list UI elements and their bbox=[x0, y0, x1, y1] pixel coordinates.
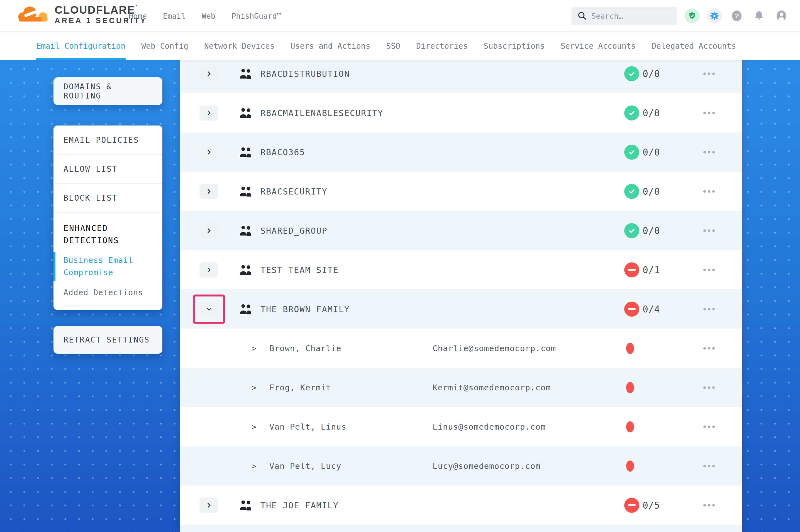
member-caret-icon[interactable]: > bbox=[252, 383, 256, 392]
member-row: > Van Pelt, Lucy Lucy@somedemocorp.com bbox=[180, 446, 742, 486]
row-actions-menu[interactable] bbox=[700, 265, 718, 274]
sidebar-card-0: DOMAINS & ROUTING bbox=[54, 77, 162, 105]
nav-email[interactable]: Email bbox=[163, 12, 185, 20]
row-actions-menu[interactable] bbox=[700, 461, 718, 471]
member-email: Kermit@somedemocorp.com bbox=[433, 383, 551, 392]
group-icon bbox=[239, 186, 253, 197]
member-email: Linus@somedemocorp.com bbox=[433, 422, 546, 432]
notifications-bell-icon[interactable] bbox=[751, 8, 767, 23]
group-row: RBACSECURITY 0/0 bbox=[180, 172, 742, 211]
member-caret-icon[interactable]: > bbox=[252, 422, 256, 432]
sidebar-section-enhanced-detections: ENHANCED DETECTIONSBusiness Email Compro… bbox=[54, 212, 162, 310]
status-badge bbox=[624, 145, 639, 160]
status-badge bbox=[624, 223, 639, 238]
nav-phishguard[interactable]: PhishGuard™ bbox=[232, 12, 281, 20]
search-input[interactable] bbox=[592, 12, 671, 20]
header-icon-cluster: ? bbox=[685, 8, 789, 23]
member-row: > Brown, Charlie Charlie@somedemocorp.co… bbox=[180, 329, 742, 368]
check-icon bbox=[628, 148, 636, 156]
member-name: Van Pelt, Linus bbox=[269, 422, 346, 432]
row-actions-menu[interactable] bbox=[700, 187, 718, 196]
member-count: 0/0 bbox=[643, 108, 660, 118]
search-icon bbox=[578, 11, 587, 21]
nav-home[interactable]: Home bbox=[129, 12, 147, 20]
cloudflare-logo[interactable]: CLOUDFLARE ' AREA 1 SECURITY bbox=[16, 4, 147, 25]
brand-name: CLOUDFLARE bbox=[55, 4, 135, 16]
member-count: 0/4 bbox=[643, 304, 660, 315]
section-tabbar: Email ConfigurationWeb ConfigNetwork Dev… bbox=[0, 32, 800, 60]
row-actions-menu[interactable] bbox=[700, 383, 718, 392]
member-caret-icon[interactable]: > bbox=[252, 461, 256, 471]
group-icon bbox=[239, 303, 253, 315]
row-actions-menu[interactable] bbox=[700, 304, 718, 314]
row-actions-menu[interactable] bbox=[700, 500, 718, 510]
member-status-dot bbox=[626, 343, 634, 354]
row-actions-menu[interactable] bbox=[700, 69, 718, 78]
row-expander-button[interactable] bbox=[199, 105, 218, 120]
member-row: > Frog, Kermit Kermit@somedemocorp.com bbox=[180, 368, 742, 407]
member-caret-icon[interactable]: > bbox=[252, 344, 256, 353]
group-name: THE JOE FAMILY bbox=[260, 500, 339, 510]
row-expander-button[interactable] bbox=[199, 66, 218, 81]
row-expander-button[interactable] bbox=[199, 497, 218, 513]
tab-service-accounts[interactable]: Service Accounts bbox=[561, 32, 636, 60]
account-icon[interactable] bbox=[774, 8, 789, 23]
group-name: TEST TEAM SITE bbox=[260, 265, 339, 274]
member-count: 0/0 bbox=[643, 147, 660, 157]
row-expander-button[interactable] bbox=[199, 184, 218, 199]
group-row: THE JOE FAMILY 0/5 bbox=[180, 486, 742, 525]
groups-table: RBACDISTRUBUTION 0/0 RBACMAILENABLESECUR… bbox=[180, 60, 742, 532]
minus-icon bbox=[628, 504, 636, 506]
group-icon bbox=[239, 68, 253, 80]
group-icon bbox=[239, 499, 253, 511]
check-icon bbox=[628, 70, 636, 78]
sidebar-item-business-email-compromise[interactable]: Business Email Compromise bbox=[63, 254, 152, 279]
help-icon[interactable]: ? bbox=[729, 8, 744, 23]
partial-next-row bbox=[180, 525, 742, 532]
row-actions-menu[interactable] bbox=[700, 344, 718, 353]
row-actions-menu[interactable] bbox=[700, 226, 718, 235]
status-badge bbox=[624, 184, 639, 199]
member-count: 0/0 bbox=[643, 186, 660, 197]
sidebar-item-enhanced-detections[interactable]: ENHANCED DETECTIONS bbox=[63, 222, 152, 247]
row-actions-menu[interactable] bbox=[700, 108, 718, 117]
tab-directories[interactable]: Directories bbox=[416, 32, 468, 60]
tab-sso[interactable]: SSO bbox=[386, 32, 400, 60]
row-expander-button[interactable] bbox=[199, 223, 218, 238]
groups-table-panel: RBACDISTRUBUTION 0/0 RBACMAILENABLESECUR… bbox=[180, 60, 742, 532]
sidebar-item-block-list[interactable]: BLOCK LIST bbox=[54, 183, 162, 212]
group-icon bbox=[239, 107, 253, 119]
tab-network-devices[interactable]: Network Devices bbox=[204, 32, 275, 60]
row-actions-menu[interactable] bbox=[700, 148, 718, 157]
row-expander-button[interactable] bbox=[199, 262, 218, 278]
sidebar-item-retract-settings[interactable]: RETRACT SETTINGS bbox=[54, 325, 162, 355]
tab-subscriptions[interactable]: Subscriptions bbox=[484, 32, 545, 60]
row-expander-button[interactable] bbox=[199, 301, 218, 317]
tab-users-and-actions[interactable]: Users and Actions bbox=[291, 32, 370, 60]
search-box bbox=[571, 7, 677, 25]
row-actions-menu[interactable] bbox=[700, 422, 718, 431]
group-name: THE BROWN FAMILY bbox=[260, 304, 350, 314]
member-status-dot bbox=[626, 382, 634, 393]
nav-web[interactable]: Web bbox=[202, 12, 215, 20]
sidebar-item-email-policies[interactable]: EMAIL POLICIES bbox=[54, 126, 162, 154]
content-area: DOMAINS & ROUTINGEMAIL POLICIESALLOW LIS… bbox=[0, 60, 800, 532]
tab-delegated-accounts[interactable]: Delegated Accounts bbox=[652, 32, 736, 60]
group-name: RBACDISTRUBUTION bbox=[260, 69, 350, 78]
tab-web-config[interactable]: Web Config bbox=[141, 32, 188, 60]
sidebar-item-added-detections[interactable]: Added Detections bbox=[63, 287, 152, 299]
group-name: SHARED_GROUP bbox=[260, 226, 328, 235]
row-expander-button[interactable] bbox=[199, 145, 218, 160]
sidebar-item-domains-routing[interactable]: DOMAINS & ROUTING bbox=[54, 77, 162, 106]
member-name: Van Pelt, Lucy bbox=[269, 461, 341, 471]
sidebar-item-allow-list[interactable]: ALLOW LIST bbox=[54, 154, 162, 183]
member-count: 0/5 bbox=[643, 500, 660, 511]
cloudflare-cloud-icon bbox=[16, 4, 51, 25]
group-name: RBACO365 bbox=[260, 147, 305, 157]
shield-status-icon[interactable] bbox=[685, 8, 700, 23]
group-row: TEST TEAM SITE 0/1 bbox=[180, 250, 742, 289]
member-row: > Van Pelt, Linus Linus@somedemocorp.com bbox=[180, 407, 742, 446]
tab-email-configuration[interactable]: Email Configuration bbox=[36, 32, 125, 60]
minus-icon bbox=[628, 308, 636, 310]
settings-gear-icon[interactable] bbox=[707, 8, 722, 23]
